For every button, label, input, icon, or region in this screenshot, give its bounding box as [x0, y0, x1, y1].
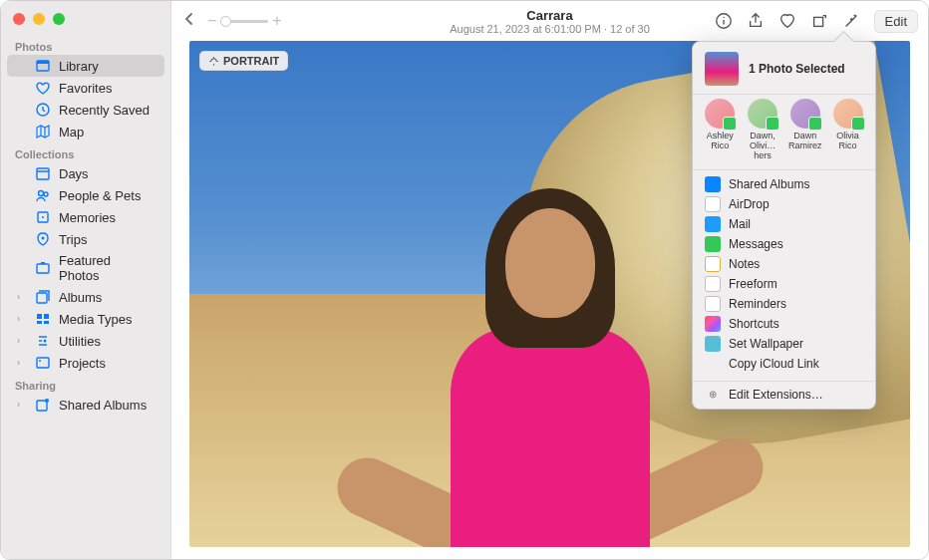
zoom-in-icon: +	[272, 12, 281, 30]
share-item-freeform[interactable]: Freeform	[693, 274, 875, 294]
sidebar-item-media-types[interactable]: ›Media Types	[7, 308, 164, 330]
svg-rect-1	[37, 61, 49, 64]
rotate-button[interactable]	[810, 12, 828, 30]
share-item-shortcuts[interactable]: Shortcuts	[693, 314, 875, 334]
share-button[interactable]	[747, 12, 765, 30]
sidebar-item-days[interactable]: Days	[7, 162, 164, 184]
share-item-notes[interactable]: Notes	[693, 254, 875, 274]
favorite-button[interactable]	[778, 12, 796, 30]
shortcuts-icon	[705, 316, 721, 332]
sidebar-item-label: Albums	[59, 290, 102, 305]
share-contact[interactable]: Dawn Ramirez	[784, 99, 826, 161]
sidebar-item-map[interactable]: Map	[7, 121, 164, 142]
share-item-label: Set Wallpaper	[729, 337, 803, 351]
memories-icon	[35, 209, 51, 225]
photo-subtitle: August 21, 2023 at 6:01:00 PM · 12 of 30	[450, 23, 650, 35]
share-thumbnail	[705, 52, 739, 86]
share-item-airdrop[interactable]: AirDrop	[693, 194, 875, 214]
chevron-right-icon: ›	[17, 358, 27, 368]
shared-icon	[35, 397, 51, 413]
svg-rect-15	[44, 321, 49, 324]
sidebar-item-memories[interactable]: Memories	[7, 206, 164, 228]
sidebar-item-featured-photos[interactable]: Featured Photos	[7, 250, 164, 286]
reminders-icon	[705, 296, 721, 312]
sidebar-section-header: Sharing	[1, 374, 170, 394]
share-item-label: Notes	[729, 257, 760, 271]
sidebar-section-header: Photos	[1, 35, 170, 55]
clock-icon	[35, 102, 51, 118]
info-button[interactable]	[715, 12, 733, 30]
app-window: PhotosLibraryFavoritesRecently SavedMapC…	[0, 0, 929, 560]
mail-icon	[705, 216, 721, 232]
share-contact[interactable]: Dawn, Olivi…hers	[742, 99, 783, 161]
sidebar-item-label: Library	[59, 59, 99, 74]
sidebar-item-people-pets[interactable]: People & Pets	[7, 184, 164, 206]
svg-point-6	[44, 192, 48, 196]
zoom-thumb[interactable]	[220, 16, 231, 27]
sidebar-item-favorites[interactable]: Favorites	[7, 77, 164, 99]
share-item-label: Shared Albums	[729, 177, 809, 191]
share-item-label: Mail	[729, 217, 751, 231]
notes-icon	[705, 256, 721, 272]
share-item-set-wallpaper[interactable]: Set Wallpaper	[693, 334, 875, 354]
albums-icon	[35, 289, 51, 305]
share-title: 1 Photo Selected	[749, 62, 845, 76]
close-window-button[interactable]	[13, 13, 25, 25]
extensions-icon: ⊕	[705, 387, 721, 403]
sidebar-item-trips[interactable]: Trips	[7, 228, 164, 250]
sidebar-item-shared-albums[interactable]: ›Shared Albums	[7, 394, 164, 416]
share-item-label: Copy iCloud Link	[729, 357, 819, 371]
share-item-mail[interactable]: Mail	[693, 214, 875, 234]
sidebar-item-library[interactable]: Library	[7, 55, 164, 77]
share-item-label: AirDrop	[729, 197, 770, 211]
contact-name: Ashley Rico	[699, 132, 741, 151]
sidebar-item-label: Days	[59, 166, 89, 181]
avatar	[790, 99, 820, 129]
freeform-icon	[705, 276, 721, 292]
chevron-right-icon: ›	[17, 292, 27, 302]
sidebar-item-label: Map	[59, 125, 84, 140]
svg-rect-24	[813, 17, 822, 26]
maximize-window-button[interactable]	[53, 13, 65, 25]
share-item-copy-icloud-link[interactable]: Copy iCloud Link	[693, 354, 875, 374]
sidebar: PhotosLibraryFavoritesRecently SavedMapC…	[1, 1, 171, 559]
sidebar-item-label: Media Types	[59, 312, 132, 327]
share-item-label: Messages	[729, 237, 783, 251]
share-item-label: Shortcuts	[729, 317, 779, 331]
sidebar-item-label: People & Pets	[59, 188, 141, 203]
share-contact[interactable]: Olivia Rico	[827, 99, 869, 161]
zoom-track[interactable]	[220, 20, 268, 23]
wallpaper-icon	[705, 336, 721, 352]
auto-enhance-button[interactable]	[842, 12, 860, 30]
messages-icon	[705, 236, 721, 252]
share-item-label: Freeform	[729, 277, 777, 291]
share-popover: 1 Photo Selected Ashley RicoDawn, Olivi……	[692, 41, 876, 410]
contact-name: Olivia Rico	[827, 132, 869, 151]
sidebar-item-albums[interactable]: ›Albums	[7, 286, 164, 308]
share-contact[interactable]: Ashley Rico	[699, 99, 741, 161]
airdrop-icon	[705, 196, 721, 212]
avatar	[833, 99, 863, 129]
svg-rect-17	[37, 358, 49, 368]
svg-point-9	[42, 237, 45, 240]
main-area: − + Carrara August 21, 2023 at 6:01:00 P…	[171, 1, 928, 559]
share-item-reminders[interactable]: Reminders	[693, 294, 875, 314]
edit-button[interactable]: Edit	[874, 10, 918, 33]
sidebar-item-label: Utilities	[59, 334, 101, 349]
sidebar-item-label: Projects	[59, 356, 106, 371]
svg-point-20	[45, 399, 49, 403]
edit-extensions-item[interactable]: ⊕ Edit Extensions…	[693, 385, 875, 405]
toolbar: − + Carrara August 21, 2023 at 6:01:00 P…	[171, 1, 928, 41]
back-button[interactable]	[181, 11, 197, 31]
sidebar-item-recently-saved[interactable]: Recently Saved	[7, 99, 164, 121]
contact-name: Dawn Ramirez	[784, 132, 826, 151]
sidebar-item-utilities[interactable]: ›Utilities	[7, 330, 164, 352]
sidebar-item-projects[interactable]: ›Projects	[7, 352, 164, 374]
featured-icon	[35, 260, 51, 276]
svg-rect-10	[37, 264, 49, 273]
share-item-messages[interactable]: Messages	[693, 234, 875, 254]
svg-rect-13	[44, 314, 49, 319]
minimize-window-button[interactable]	[33, 13, 45, 25]
zoom-slider[interactable]: − +	[207, 12, 282, 30]
share-item-shared-albums[interactable]: Shared Albums	[693, 174, 875, 194]
